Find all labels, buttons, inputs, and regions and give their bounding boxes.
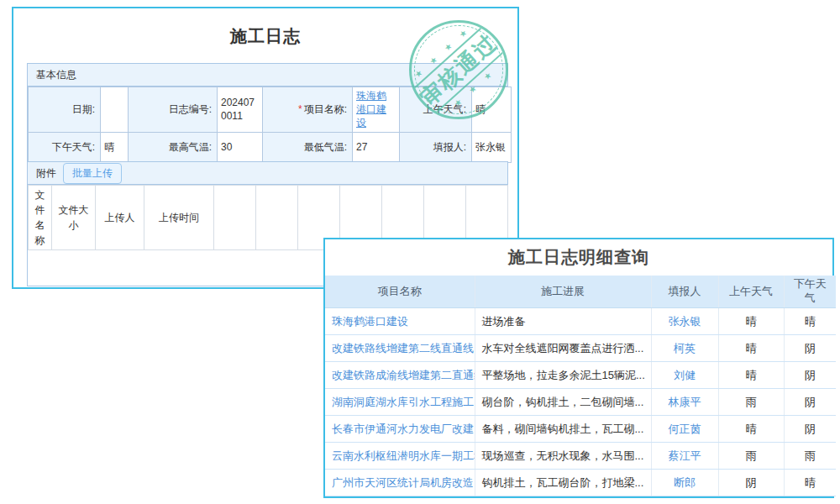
query-table-header-row: 项目名称 施工进展 填报人 上午天气 下午天气 bbox=[325, 276, 836, 307]
empty-column-header bbox=[256, 186, 298, 250]
reporter-cell: 林康平 bbox=[651, 389, 718, 416]
file-size-column-header: 文件大小 bbox=[52, 186, 96, 250]
am-weather-cell: 晴 bbox=[718, 335, 784, 362]
pm-weather-cell: 阴 bbox=[784, 362, 836, 389]
am-weather-cell: 雨 bbox=[718, 443, 784, 470]
max-temp-value: 30 bbox=[218, 132, 263, 162]
project-link[interactable]: 珠海鹤港口建设 bbox=[356, 90, 386, 129]
progress-cell: 现场巡查，无积水现象，水马围... bbox=[475, 443, 651, 470]
min-temp-label: 最低气温: bbox=[263, 132, 353, 162]
progress-cell: 砌台阶，钩机排土，二包砌间墙... bbox=[475, 389, 651, 416]
attachment-title: 附件 bbox=[36, 166, 56, 181]
am-weather-cell: 阴 bbox=[718, 470, 784, 496]
am-weather-column-header: 上午天气 bbox=[718, 276, 784, 307]
pm-weather-column-header: 下午天气 bbox=[784, 276, 836, 307]
basic-info-header: 基本信息 bbox=[28, 64, 507, 87]
log-panel-title: 施工日志 bbox=[13, 8, 517, 48]
attachment-header: 附件 批量上传 bbox=[28, 162, 507, 185]
reporter-link[interactable]: 林康平 bbox=[669, 396, 701, 408]
uploader-column-header: 上传人 bbox=[96, 186, 144, 250]
date-value[interactable] bbox=[101, 87, 129, 133]
reporter-cell: 张永银 bbox=[651, 308, 718, 335]
project-cell: 湖南洞庭湖水库引水工程施工 bbox=[325, 389, 475, 416]
progress-cell: 进场准备 bbox=[475, 308, 651, 335]
am-weather-cell: 晴 bbox=[718, 362, 784, 389]
project-cell: 珠海鹤港口建设 bbox=[325, 308, 475, 335]
reporter-link[interactable]: 何正茵 bbox=[669, 423, 701, 435]
pm-weather-cell: 晴 bbox=[784, 470, 836, 496]
reporter-column-header: 填报人 bbox=[651, 276, 718, 307]
project-cell: 长春市伊通河水力发电厂改建 bbox=[325, 416, 475, 443]
reporter-cell: 断郎 bbox=[651, 470, 718, 496]
am-weather-cell: 雨 bbox=[718, 389, 784, 416]
progress-cell: 平整场地，拉走多余泥土15辆泥... bbox=[475, 362, 651, 389]
query-panel-title: 施工日志明细查询 bbox=[325, 239, 832, 276]
basic-info-section: 基本信息 日期: 日志编号: 2024070011 *项目名称: 珠海鹤港口建设… bbox=[27, 63, 508, 164]
date-label: 日期: bbox=[29, 87, 101, 133]
pm-weather-value: 晴 bbox=[101, 132, 129, 162]
project-link[interactable]: 珠海鹤港口建设 bbox=[332, 315, 408, 328]
basic-info-row-2: 下午天气: 晴 最高气温: 30 最低气温: 27 填报人: 张永银 bbox=[29, 132, 512, 162]
empty-column-header bbox=[214, 186, 256, 250]
upload-time-column-header: 上传时间 bbox=[144, 186, 214, 250]
project-link[interactable]: 长春市伊通河水力发电厂改建 bbox=[332, 423, 474, 435]
basic-info-table: 日期: 日志编号: 2024070011 *项目名称: 珠海鹤港口建设 上午天气… bbox=[28, 87, 512, 163]
project-link[interactable]: 改建铁路线增建第二线直通线 bbox=[332, 342, 474, 354]
table-row: 珠海鹤港口建设 进场准备 张永银 晴 晴 bbox=[325, 308, 836, 335]
reporter-link[interactable]: 张永银 bbox=[669, 315, 701, 328]
query-table: 项目名称 施工进展 填报人 上午天气 下午天气 珠海鹤港口建设 进场准备 张永银… bbox=[325, 276, 836, 496]
reporter-cell: 刘健 bbox=[651, 362, 718, 389]
min-temp-value: 27 bbox=[353, 132, 400, 162]
project-name-label: *项目名称: bbox=[263, 87, 353, 133]
reporter-link[interactable]: 断郎 bbox=[674, 476, 696, 489]
reporter-cell: 柯英 bbox=[651, 335, 718, 362]
log-no-label: 日志编号: bbox=[129, 87, 218, 133]
file-name-column-header: 文件名称 bbox=[29, 186, 52, 250]
table-row: 云南水利枢纽潜明水库一期工程 现场巡查，无积水现象，水马围... 蔡江平 雨 雨 bbox=[325, 443, 836, 470]
required-asterisk: * bbox=[298, 103, 302, 115]
reporter-link[interactable]: 柯英 bbox=[674, 342, 696, 354]
reporter-link[interactable]: 刘健 bbox=[674, 369, 696, 381]
table-row: 改建铁路线增建第二线直通线 水车对全线遮阳网覆盖点进行洒... 柯英 晴 阴 bbox=[325, 335, 836, 362]
pm-weather-cell: 雨 bbox=[784, 443, 836, 470]
project-link[interactable]: 广州市天河区统计局机房改造 bbox=[332, 476, 474, 489]
project-cell: 广州市天河区统计局机房改造 bbox=[325, 470, 475, 496]
am-weather-label: 上午天气: bbox=[400, 87, 472, 133]
pm-weather-cell: 阴 bbox=[784, 416, 836, 443]
table-row: 改建铁路成渝线增建第二直通线 平整场地，拉走多余泥土15辆泥... 刘健 晴 阴 bbox=[325, 362, 836, 389]
reporter-label: 填报人: bbox=[400, 132, 472, 162]
am-weather-value: 晴 bbox=[472, 87, 512, 133]
project-name-value: 珠海鹤港口建设 bbox=[353, 87, 400, 133]
project-link[interactable]: 云南水利枢纽潜明水库一期工程 bbox=[332, 449, 475, 462]
project-cell: 改建铁路成渝线增建第二直通线 bbox=[325, 362, 475, 389]
am-weather-cell: 晴 bbox=[718, 416, 784, 443]
batch-upload-button[interactable]: 批量上传 bbox=[63, 163, 122, 184]
log-detail-query-panel: 施工日志明细查询 项目名称 施工进展 填报人 上午天气 下午天气 珠海鹤港口建设… bbox=[323, 238, 834, 498]
progress-column-header: 施工进展 bbox=[475, 276, 651, 307]
table-row: 湖南洞庭湖水库引水工程施工 砌台阶，钩机排土，二包砌间墙... 林康平 雨 阴 bbox=[325, 389, 836, 416]
max-temp-label: 最高气温: bbox=[129, 132, 218, 162]
project-cell: 改建铁路线增建第二线直通线 bbox=[325, 335, 475, 362]
progress-cell: 钩机排土，瓦工砌台阶，打地梁... bbox=[475, 470, 651, 496]
pm-weather-cell: 晴 bbox=[784, 308, 836, 335]
am-weather-cell: 晴 bbox=[718, 308, 784, 335]
project-cell: 云南水利枢纽潜明水库一期工程 bbox=[325, 443, 475, 470]
pm-weather-cell: 阴 bbox=[784, 335, 836, 362]
progress-cell: 水车对全线遮阳网覆盖点进行洒... bbox=[475, 335, 651, 362]
project-link[interactable]: 改建铁路成渝线增建第二直通线 bbox=[332, 369, 475, 381]
log-no-value: 2024070011 bbox=[218, 87, 263, 133]
pm-weather-cell: 阴 bbox=[784, 389, 836, 416]
reporter-cell: 何正茵 bbox=[651, 416, 718, 443]
project-link[interactable]: 湖南洞庭湖水库引水工程施工 bbox=[332, 396, 474, 408]
table-row: 长春市伊通河水力发电厂改建 备料，砌间墙钩机排土，瓦工砌... 何正茵 晴 阴 bbox=[325, 416, 836, 443]
project-name-column-header: 项目名称 bbox=[325, 276, 475, 307]
pm-weather-label: 下午天气: bbox=[29, 132, 101, 162]
reporter-link[interactable]: 蔡江平 bbox=[669, 449, 701, 462]
progress-cell: 备料，砌间墙钩机排土，瓦工砌... bbox=[475, 416, 651, 443]
table-row: 广州市天河区统计局机房改造 钩机排土，瓦工砌台阶，打地梁... 断郎 阴 晴 bbox=[325, 470, 836, 496]
basic-info-row-1: 日期: 日志编号: 2024070011 *项目名称: 珠海鹤港口建设 上午天气… bbox=[29, 87, 512, 133]
reporter-cell: 蔡江平 bbox=[651, 443, 718, 470]
reporter-value: 张永银 bbox=[472, 132, 512, 162]
